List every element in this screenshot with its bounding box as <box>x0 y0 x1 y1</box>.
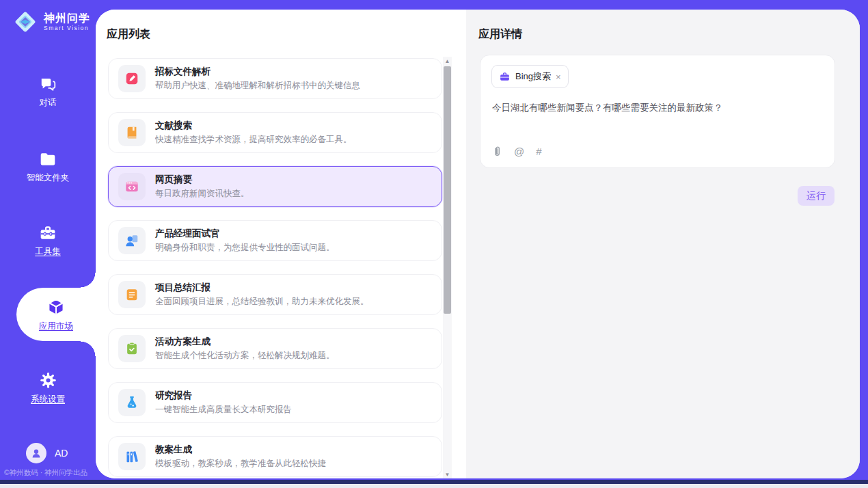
app-card-research-report[interactable]: 研究报告 一键智能生成高质量长文本研究报告 <box>108 382 442 423</box>
app-card-desc: 帮助用户快速、准确地理解和解析招标书中的关键信息 <box>155 80 360 92</box>
chat-icon <box>39 75 57 93</box>
pen-square-icon <box>118 65 146 92</box>
sidebar: 神州问学 Smart Vision 对话 智能文件夹 <box>0 0 96 480</box>
user-row: AD <box>26 443 68 463</box>
app-card-project-summary[interactable]: 项目总结汇报 全面回顾项目进展，总结经验教训，助力未来优化发展。 <box>108 274 442 315</box>
app-card-web-summary[interactable]: 网页摘要 每日政府新闻资讯快查。 <box>108 166 442 207</box>
app-card-title: 网页摘要 <box>155 174 249 186</box>
app-card-desc: 快速精准查找学术资源，提高研究效率的必备工具。 <box>155 134 352 146</box>
app-card-desc: 明确身份和职责，为您提供专业性的面试问题。 <box>155 242 335 254</box>
user-initials: AD <box>55 448 68 459</box>
bottom-light-strip <box>0 484 868 488</box>
sidebar-item-label: 对话 <box>40 97 57 109</box>
interviewer-icon <box>118 227 146 254</box>
app-card-title: 活动方案生成 <box>155 336 335 348</box>
sidebar-item-label: 工具集 <box>35 246 61 258</box>
copyright-footer: ©神州数码 · 神州问学出品 <box>4 468 96 478</box>
sidebar-item-settings[interactable]: 系统设置 <box>0 368 96 408</box>
sidebar-item-toolset[interactable]: 工具集 <box>0 221 96 260</box>
app-card-list: 招标文件解析 帮助用户快速、准确地理解和解析招标书中的关键信息 文献搜索 <box>108 58 442 478</box>
app-card-desc: 模板驱动，教案秒成，教学准备从此轻松快捷 <box>155 458 326 470</box>
brand-logo: 神州问学 Smart Vision <box>12 9 90 35</box>
app-card-title: 项目总结汇报 <box>155 282 369 294</box>
scroll-up-arrow-icon[interactable]: ▲ <box>443 57 452 65</box>
scrollbar-thumb[interactable] <box>444 66 451 314</box>
content-area: 应用列表 招标文件解析 帮助用户快速、准确地理解和解析招标书中的关键信息 <box>96 10 860 478</box>
sidebar-item-chat[interactable]: 对话 <box>0 72 96 111</box>
app-card-title: 招标文件解析 <box>155 66 360 78</box>
avatar[interactable] <box>26 443 46 463</box>
app-detail-panel: 应用详情 Bing搜索 × 今日湖北有哪些新闻要点？有哪些需要关注的最新政策？ <box>466 10 860 478</box>
app-card-title: 教案生成 <box>155 444 326 456</box>
browser-code-icon <box>118 173 146 200</box>
briefcase-icon <box>499 71 511 83</box>
app-card-title: 产品经理面试官 <box>155 228 335 240</box>
flask-icon <box>118 389 146 416</box>
close-icon[interactable]: × <box>556 72 561 81</box>
app-card-title: 文献搜索 <box>155 120 352 132</box>
gear-icon <box>39 371 57 390</box>
composer-toolbar: @ # <box>492 146 542 157</box>
app-list-scrollbar[interactable]: ▲ ▼ <box>443 57 452 478</box>
sidebar-item-label: 应用市场 <box>39 321 73 332</box>
tool-chip-label: Bing搜索 <box>515 70 551 83</box>
toolbox-icon <box>39 224 57 242</box>
app-card-pm-interviewer[interactable]: 产品经理面试官 明确身份和职责，为您提供专业性的面试问题。 <box>108 220 442 261</box>
sidebar-item-label: 智能文件夹 <box>27 172 70 184</box>
note-icon <box>118 281 146 308</box>
app-list-title: 应用列表 <box>107 27 150 42</box>
app-card-event-plan[interactable]: 活动方案生成 智能生成个性化活动方案，轻松解决规划难题。 <box>108 328 442 369</box>
app-detail-title: 应用详情 <box>478 27 522 42</box>
sidebar-item-label: 系统设置 <box>31 394 65 405</box>
sidebar-item-smart-folder[interactable]: 智能文件夹 <box>0 147 96 187</box>
app-list-panel: 应用列表 招标文件解析 帮助用户快速、准确地理解和解析招标书中的关键信息 <box>96 10 466 478</box>
prompt-card: Bing搜索 × 今日湖北有哪些新闻要点？有哪些需要关注的最新政策？ @ # <box>480 55 835 168</box>
brand-subtitle: Smart Vision <box>44 25 90 31</box>
app-card-literature-search[interactable]: 文献搜索 快速精准查找学术资源，提高研究效率的必备工具。 <box>108 112 442 153</box>
diamond-logo-icon <box>12 9 38 35</box>
app-card-desc: 一键智能生成高质量长文本研究报告 <box>155 404 292 416</box>
app-card-desc: 智能生成个性化活动方案，轻松解决规划难题。 <box>155 350 335 362</box>
brand-name: 神州问学 <box>44 12 90 25</box>
at-icon[interactable]: @ <box>514 146 524 157</box>
app-card-desc: 全面回顾项目进展，总结经验教训，助力未来优化发展。 <box>155 296 369 308</box>
scroll-down-arrow-icon[interactable]: ▼ <box>443 470 452 478</box>
clipboard-check-icon <box>118 335 146 362</box>
books-icon <box>118 443 146 470</box>
sidebar-item-app-market[interactable]: 应用市场 <box>16 288 96 341</box>
app-card-bid-parsing[interactable]: 招标文件解析 帮助用户快速、准确地理解和解析招标书中的关键信息 <box>108 58 442 99</box>
tool-chip-bing-search[interactable]: Bing搜索 × <box>491 65 569 88</box>
book-icon <box>118 119 146 146</box>
run-button[interactable]: 运行 <box>798 186 835 206</box>
app-card-desc: 每日政府新闻资讯快查。 <box>155 188 249 200</box>
folder-icon <box>39 150 57 168</box>
app-card-lesson-plan[interactable]: 教案生成 模板驱动，教案秒成，教学准备从此轻松快捷 <box>108 436 442 477</box>
cube-icon <box>46 297 66 316</box>
hash-icon[interactable]: # <box>536 146 541 157</box>
prompt-input[interactable]: 今日湖北有哪些新闻要点？有哪些需要关注的最新政策？ <box>492 102 824 114</box>
app-card-title: 研究报告 <box>155 390 292 402</box>
paperclip-icon[interactable] <box>492 146 502 157</box>
